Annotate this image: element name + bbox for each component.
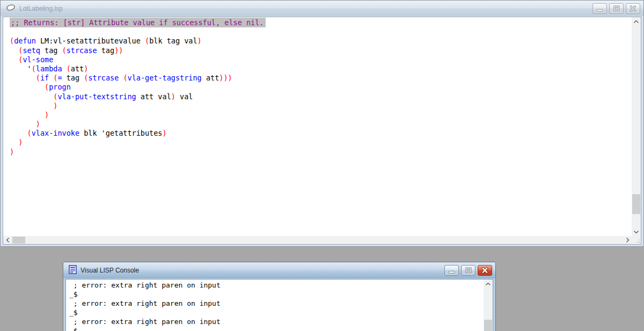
- horizontal-scrollbar-thumb[interactable]: [12, 237, 25, 244]
- scroll-up-button[interactable]: [632, 17, 641, 26]
- code-editor[interactable]: ;; Returns: [str] Attribute value if suc…: [3, 17, 632, 236]
- code-line: ;; Returns: [str] Attribute value if suc…: [10, 18, 632, 27]
- code-token: val: [175, 92, 193, 101]
- code-line: ): [10, 111, 632, 120]
- code-line: [10, 27, 632, 36]
- mdi-background: { "colors": { "mdi_background": "#a7a7a7…: [0, 0, 644, 331]
- editor-titlebar[interactable]: LotLabeling.lsp: [1, 1, 643, 16]
- code-token: ): [10, 148, 14, 156]
- code-line: (setq tag (strcase tag)): [10, 46, 632, 55]
- code-line: ): [10, 148, 632, 157]
- console-window-title: Visual LISP Console: [80, 267, 441, 274]
- code-token: (: [45, 83, 49, 91]
- code-token: [10, 83, 45, 91]
- code-token: tag: [40, 46, 62, 55]
- code-token: [10, 55, 18, 64]
- chevron-up-icon: [634, 20, 639, 23]
- editor-minimize-button[interactable]: [592, 3, 607, 14]
- code-token: (: [145, 36, 149, 45]
- scroll-right-button[interactable]: [623, 236, 632, 244]
- console-scroll-up-button[interactable]: [484, 279, 493, 288]
- editor-maximize-button[interactable]: [609, 3, 624, 14]
- console-line: _$: [69, 326, 484, 331]
- editor-client-area: ;; Returns: [str] Attribute value if suc…: [3, 17, 641, 245]
- console-close-button[interactable]: [478, 265, 492, 276]
- code-line: (vla-put-textstring att val) val: [10, 92, 632, 101]
- editor-window: LotLabeling.lsp ;; Returns:: [0, 0, 644, 247]
- console-scrollbar-thumb[interactable]: [484, 320, 492, 331]
- code-token: ))): [219, 73, 232, 82]
- code-token: setq: [23, 46, 40, 55]
- editor-vertical-scrollbar[interactable]: [632, 17, 641, 236]
- code-token: [10, 101, 53, 110]
- maximize-icon: [462, 265, 475, 276]
- code-token: [10, 120, 36, 128]
- code-token: defun: [14, 36, 36, 45]
- code-token: [10, 138, 18, 146]
- console-client-area: ; error: extra right paren on input_$ ; …: [65, 279, 493, 331]
- console-line: ; error: extra right paren on input: [69, 299, 484, 308]
- code-line: (vl-some: [10, 55, 632, 64]
- scroll-left-button[interactable]: [3, 236, 12, 244]
- console-titlebar[interactable]: Visual LISP Console: [63, 262, 495, 278]
- code-line: ): [10, 120, 632, 129]
- close-icon: [478, 265, 492, 276]
- vertical-scrollbar-thumb[interactable]: [632, 194, 640, 214]
- code-token: ): [53, 101, 57, 110]
- code-line: (if (= tag (strcase (vla-get-tagstring a…: [10, 73, 632, 83]
- lsp-file-icon: [6, 3, 16, 13]
- console-output[interactable]: ; error: extra right paren on input_$ ; …: [66, 279, 484, 331]
- chevron-up-icon: [486, 283, 491, 285]
- editor-close-button[interactable]: [626, 3, 640, 14]
- code-token: vla-get-tagstring: [128, 73, 202, 82]
- code-token: vlax-invoke: [32, 129, 79, 137]
- editor-window-title: LotLabeling.lsp: [19, 5, 589, 12]
- code-token: blk 'getattributes: [79, 129, 162, 137]
- code-token: =: [57, 73, 62, 82]
- code-token: strcase: [88, 73, 119, 82]
- code-line: (progn: [10, 83, 632, 92]
- code-token: tag: [97, 46, 115, 55]
- code-token: ): [163, 129, 167, 137]
- close-icon: [626, 3, 640, 14]
- console-maximize-button[interactable]: [461, 265, 475, 276]
- resize-grip[interactable]: [632, 236, 641, 244]
- code-token: lambda: [36, 64, 62, 73]
- code-token: (: [32, 64, 36, 73]
- code-token: ): [45, 111, 49, 119]
- code-token: if: [40, 73, 49, 82]
- code-token: [10, 92, 53, 101]
- scroll-down-button[interactable]: [632, 227, 641, 236]
- code-token: (: [10, 36, 14, 45]
- console-window: Visual LISP Console ; error: [63, 262, 496, 331]
- resize-grip-icon: [635, 239, 640, 243]
- code-token: )): [114, 46, 123, 55]
- code-token: ): [18, 138, 23, 146]
- code-token: (: [27, 129, 32, 137]
- code-token: [10, 46, 18, 55]
- code-token: (: [36, 73, 40, 82]
- console-line: ; error: extra right paren on input: [69, 317, 484, 326]
- console-icon: [69, 265, 77, 276]
- code-token: att: [202, 73, 219, 82]
- console-minimize-button[interactable]: [444, 265, 459, 276]
- minimize-icon: [593, 3, 606, 14]
- code-token: ): [171, 92, 175, 101]
- code-token: tag: [62, 73, 84, 82]
- code-token: att val: [136, 92, 171, 101]
- code-token: strcase: [67, 46, 97, 55]
- console-window-controls: [444, 265, 492, 276]
- code-token: [10, 73, 36, 82]
- console-line: _$: [69, 308, 484, 317]
- minimize-icon: [445, 265, 458, 276]
- console-vertical-scrollbar[interactable]: [484, 279, 493, 331]
- console-line: ; error: extra right paren on input: [69, 281, 484, 290]
- chevron-left-icon: [6, 238, 9, 242]
- code-line: ): [10, 101, 632, 111]
- code-token: blk tag val: [149, 36, 197, 45]
- console-line: _$: [69, 290, 484, 299]
- code-token: ': [10, 64, 32, 73]
- code-line: (defun LM:vl-setattributevalue (blk tag …: [10, 36, 632, 46]
- editor-horizontal-scrollbar[interactable]: [3, 236, 632, 244]
- chevron-down-icon: [634, 231, 639, 233]
